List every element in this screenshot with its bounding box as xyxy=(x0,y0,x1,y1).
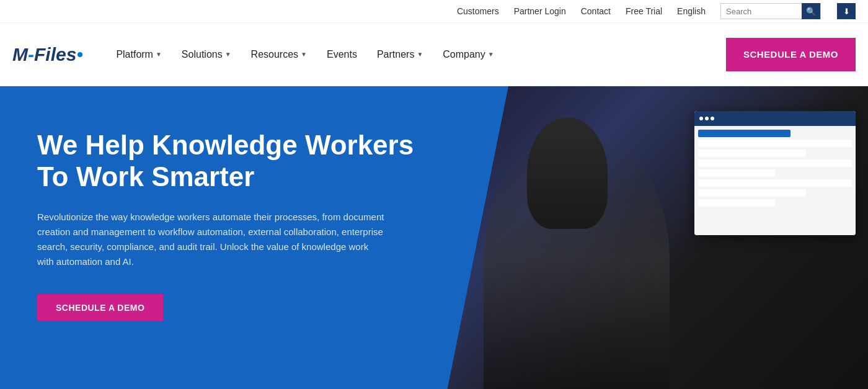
monitor-row xyxy=(698,159,852,167)
nav-item-events[interactable]: Events xyxy=(318,44,366,65)
chevron-down-icon: ▼ xyxy=(488,51,494,58)
search-button[interactable]: 🔍 xyxy=(802,3,820,19)
monitor-row xyxy=(698,169,775,177)
monitor-row xyxy=(698,140,852,147)
customers-link[interactable]: Customers xyxy=(457,6,499,16)
contact-link[interactable]: Contact xyxy=(581,6,611,16)
hero-description: Revolutionize the way knowledge workers … xyxy=(37,210,384,269)
partner-login-link[interactable]: Partner Login xyxy=(514,6,566,16)
hero-monitor-overlay xyxy=(694,111,856,235)
chevron-down-icon: ▼ xyxy=(417,51,423,58)
monitor-row xyxy=(698,179,852,187)
utility-bar: Customers Partner Login Contact Free Tri… xyxy=(0,0,868,23)
monitor-header xyxy=(694,111,856,126)
monitor-body xyxy=(694,126,856,235)
chevron-down-icon: ▼ xyxy=(301,51,307,58)
nav-items: Platform ▼ Solutions ▼ Resources ▼ Event… xyxy=(107,44,726,65)
hero-left: We Help Knowledge Workers To Work Smarte… xyxy=(0,86,508,389)
free-trial-link[interactable]: Free Trial xyxy=(626,6,662,16)
nav-item-solutions[interactable]: Solutions ▼ xyxy=(173,44,240,65)
download-button[interactable]: ⬇ xyxy=(837,3,856,19)
nav-item-platform[interactable]: Platform ▼ xyxy=(107,44,170,65)
search-wrapper: 🔍 xyxy=(720,3,821,19)
hero-heading: We Help Knowledge Workers To Work Smarte… xyxy=(37,130,471,192)
logo-dot xyxy=(78,52,82,57)
chevron-down-icon: ▼ xyxy=(225,51,231,58)
search-input[interactable] xyxy=(721,4,802,19)
nav-item-resources[interactable]: Resources ▼ xyxy=(242,44,316,65)
schedule-demo-button-nav[interactable]: SCHEDULE A DEMO xyxy=(726,38,856,71)
nav-item-company[interactable]: Company ▼ xyxy=(434,44,502,65)
person-head xyxy=(527,117,608,229)
main-nav: M - Files Platform ▼ Solutions ▼ Resourc… xyxy=(0,23,868,86)
logo[interactable]: M - Files xyxy=(12,44,82,65)
schedule-demo-button-hero[interactable]: SCHEDULE A DEMO xyxy=(37,294,163,321)
monitor-row xyxy=(698,199,775,207)
language-link[interactable]: English xyxy=(677,6,706,16)
monitor-row xyxy=(698,150,806,157)
monitor-row xyxy=(698,130,790,137)
hero-section: We Help Knowledge Workers To Work Smarte… xyxy=(0,86,868,389)
monitor-row xyxy=(698,189,806,197)
chevron-down-icon: ▼ xyxy=(156,51,162,58)
nav-item-partners[interactable]: Partners ▼ xyxy=(368,44,432,65)
